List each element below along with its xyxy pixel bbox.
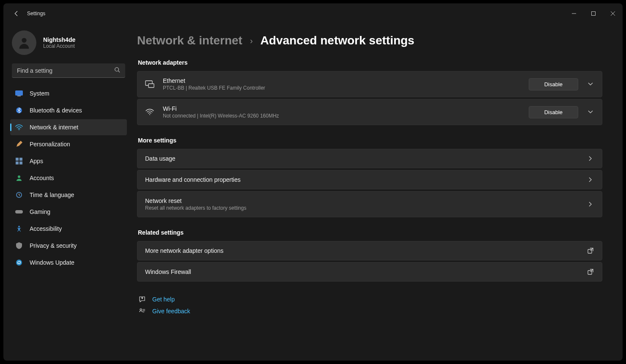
sidebar-item-accessibility[interactable]: Accessibility xyxy=(10,221,127,237)
svg-point-17 xyxy=(18,226,20,227)
svg-point-13 xyxy=(18,175,20,178)
sidebar-item-label: Personalization xyxy=(30,141,70,148)
adapter-subtitle: Not connected | Intel(R) Wireless-AC 926… xyxy=(163,113,520,119)
chevron-down-icon[interactable] xyxy=(587,110,594,114)
sidebar-item-accounts[interactable]: Accounts xyxy=(10,170,127,186)
sidebar-item-label: Accounts xyxy=(30,175,54,181)
back-button[interactable] xyxy=(8,6,24,21)
section-header-related: Related settings xyxy=(138,229,602,236)
chevron-right-icon: › xyxy=(250,36,253,46)
sidebar-item-label: System xyxy=(30,90,49,97)
sidebar: Nightsh4de Local Account System Bluetoot… xyxy=(3,24,130,361)
sidebar-item-label: Network & internet xyxy=(30,124,78,131)
sidebar-item-network[interactable]: Network & internet xyxy=(10,119,127,135)
svg-rect-20 xyxy=(148,84,154,88)
time-icon xyxy=(15,191,23,199)
maximize-button[interactable] xyxy=(584,7,603,20)
card-title: Hardware and connection properties xyxy=(145,176,578,183)
network-icon xyxy=(15,123,23,131)
accounts-icon xyxy=(15,174,23,182)
wifi-icon xyxy=(145,109,154,115)
chevron-right-icon xyxy=(587,202,594,207)
svg-point-2 xyxy=(22,38,26,43)
section-header-more: More settings xyxy=(138,137,602,144)
bluetooth-icon xyxy=(15,107,23,114)
svg-point-3 xyxy=(115,68,119,71)
user-name: Nightsh4de xyxy=(43,36,75,43)
sidebar-item-update[interactable]: Windows Update xyxy=(10,255,127,271)
sidebar-item-time[interactable]: Time & language xyxy=(10,187,127,203)
breadcrumb-parent[interactable]: Network & internet xyxy=(137,34,242,47)
give-feedback-link[interactable]: Give feedback xyxy=(137,305,602,317)
ethernet-icon xyxy=(145,80,154,88)
adapter-card-ethernet[interactable]: Ethernet PTCL-BB | Realtek USB FE Family… xyxy=(137,71,602,97)
search-icon xyxy=(114,67,120,74)
personalization-icon xyxy=(15,140,23,148)
sidebar-item-label: Apps xyxy=(30,158,43,164)
system-icon xyxy=(15,90,23,97)
search-field[interactable] xyxy=(12,63,125,78)
breadcrumb: Network & internet › Advanced network se… xyxy=(137,34,602,47)
external-link-icon xyxy=(587,269,594,275)
svg-rect-12 xyxy=(19,161,22,164)
sidebar-item-label: Accessibility xyxy=(30,225,62,232)
adapter-title: Ethernet xyxy=(163,77,520,84)
adapter-card-wifi[interactable]: Wi-Fi Not connected | Intel(R) Wireless-… xyxy=(137,99,602,125)
user-subtitle: Local Account xyxy=(43,43,75,49)
link-label: Give feedback xyxy=(152,308,190,315)
sidebar-item-label: Bluetooth & devices xyxy=(30,107,82,114)
sidebar-item-privacy[interactable]: Privacy & security xyxy=(10,238,127,254)
svg-rect-1 xyxy=(592,12,596,16)
apps-icon xyxy=(15,157,23,165)
external-link-icon xyxy=(587,248,594,254)
svg-rect-16 xyxy=(15,210,23,213)
get-help-link[interactable]: Get help xyxy=(137,293,602,305)
sidebar-item-system[interactable]: System xyxy=(10,85,127,101)
svg-point-25 xyxy=(140,309,142,310)
settings-card-hardware[interactable]: Hardware and connection properties xyxy=(137,170,602,189)
page-title: Advanced network settings xyxy=(261,34,415,47)
link-label: Get help xyxy=(152,296,175,303)
update-icon xyxy=(15,259,23,266)
card-title: Network reset xyxy=(145,197,578,204)
titlebar: Settings xyxy=(3,3,623,24)
sidebar-item-bluetooth[interactable]: Bluetooth & devices xyxy=(10,102,127,118)
account-block[interactable]: Nightsh4de Local Account xyxy=(10,27,127,63)
svg-point-21 xyxy=(149,114,150,115)
adapter-title: Wi-Fi xyxy=(163,105,520,112)
feedback-icon xyxy=(138,308,146,315)
app-title: Settings xyxy=(27,11,45,16)
card-subtitle: Reset all network adapters to factory se… xyxy=(145,205,578,211)
card-title: Windows Firewall xyxy=(145,268,578,275)
sidebar-item-gaming[interactable]: Gaming xyxy=(10,204,127,220)
sidebar-item-label: Time & language xyxy=(30,192,74,198)
svg-rect-11 xyxy=(16,161,19,164)
sidebar-item-personalization[interactable]: Personalization xyxy=(10,136,127,152)
accessibility-icon xyxy=(15,225,23,233)
privacy-icon xyxy=(15,242,23,249)
disable-button[interactable]: Disable xyxy=(529,106,578,118)
related-card-firewall[interactable]: Windows Firewall xyxy=(137,262,602,282)
main-content: Network & internet › Advanced network se… xyxy=(130,24,623,361)
settings-card-data-usage[interactable]: Data usage xyxy=(137,149,602,168)
related-card-adapter-options[interactable]: More network adapter options xyxy=(137,241,602,260)
card-title: More network adapter options xyxy=(145,247,578,254)
sidebar-item-label: Windows Update xyxy=(30,259,74,266)
svg-rect-6 xyxy=(17,96,21,96)
help-icon xyxy=(138,296,146,303)
chevron-right-icon xyxy=(587,177,594,182)
section-header-adapters: Network adapters xyxy=(138,59,602,66)
avatar xyxy=(12,30,36,55)
sidebar-item-apps[interactable]: Apps xyxy=(10,153,127,169)
sidebar-item-label: Privacy & security xyxy=(30,242,77,249)
settings-card-network-reset[interactable]: Network reset Reset all network adapters… xyxy=(137,191,602,217)
minimize-button[interactable] xyxy=(564,7,584,20)
close-button[interactable] xyxy=(603,7,623,20)
search-input[interactable] xyxy=(12,63,125,78)
svg-point-18 xyxy=(16,260,22,265)
disable-button[interactable]: Disable xyxy=(529,78,578,90)
chevron-down-icon[interactable] xyxy=(587,82,594,86)
svg-rect-10 xyxy=(19,158,22,161)
card-title: Data usage xyxy=(145,155,578,162)
adapter-subtitle: PTCL-BB | Realtek USB FE Family Controll… xyxy=(163,85,520,91)
